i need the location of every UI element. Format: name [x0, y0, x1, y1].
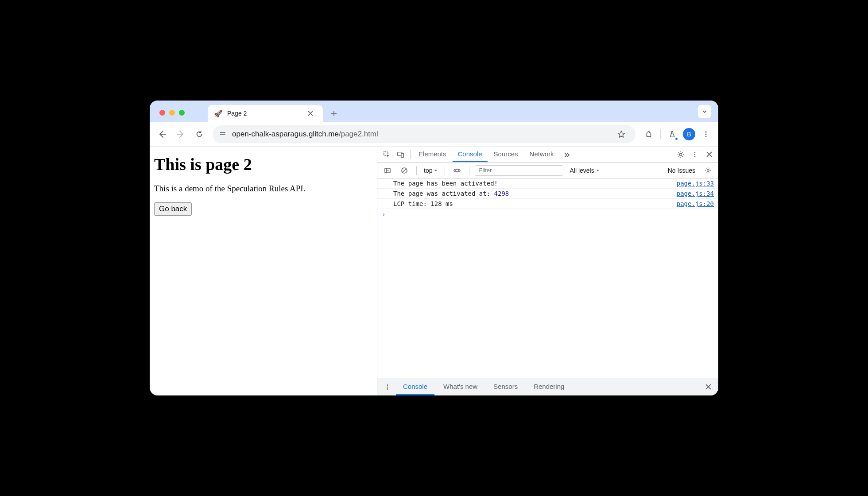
svg-point-4 [705, 136, 706, 137]
extensions-icon[interactable] [641, 126, 657, 142]
tab-favicon: 🚀 [214, 109, 223, 118]
minimize-window-button[interactable] [169, 110, 175, 116]
svg-point-1 [224, 133, 225, 135]
window-controls [154, 110, 190, 122]
log-levels-select[interactable]: All levels [570, 167, 599, 174]
drawer-tab-sensors[interactable]: Sensors [486, 378, 525, 395]
drawer-tab-console[interactable]: Console [396, 378, 434, 395]
console-filter-input[interactable] [475, 165, 563, 176]
svg-point-8 [679, 153, 682, 155]
log-message: LCP time: 128 ms [393, 200, 677, 207]
log-message: The page has been activated! [393, 180, 677, 187]
new-tab-button[interactable] [327, 107, 341, 120]
console-log-row: LCP time: 128 ms page.js:20 [377, 199, 718, 209]
address-bar[interactable]: open-chalk-asparagus.glitch.me/page2.htm… [213, 125, 636, 143]
avatar: B [683, 128, 695, 140]
console-output: The page has been activated! page.js:33 … [377, 178, 718, 378]
separator [416, 166, 417, 175]
svg-point-10 [694, 154, 696, 155]
console-log-row: The page has been activated! page.js:33 [377, 178, 718, 189]
svg-point-0 [224, 132, 225, 133]
issues-button[interactable]: No Issues [668, 167, 695, 174]
svg-point-18 [387, 388, 388, 390]
console-prompt[interactable]: › [377, 209, 718, 220]
execution-context-select[interactable]: top [422, 167, 439, 174]
devtools-tab-console[interactable]: Console [453, 147, 488, 162]
page-heading: This is page 2 [154, 155, 372, 174]
maximize-window-button[interactable] [179, 110, 185, 116]
content-area: This is page 2 This is a demo of the Spe… [150, 147, 718, 395]
tab-search-button[interactable] [698, 105, 711, 118]
close-window-button[interactable] [159, 110, 165, 116]
page-content: This is page 2 This is a demo of the Spe… [150, 147, 377, 395]
separator [410, 150, 411, 159]
more-tabs-icon[interactable] [560, 148, 574, 161]
clear-console-icon[interactable] [398, 164, 411, 177]
separator [469, 166, 469, 175]
separator [660, 129, 661, 139]
drawer-tab-rendering[interactable]: Rendering [527, 378, 571, 395]
svg-point-17 [387, 386, 388, 388]
log-source-link[interactable]: page.js:20 [677, 200, 714, 207]
tab-bar: 🚀 Page 2 [150, 101, 718, 122]
devtools-tab-bar: Elements Console Sources Network [377, 147, 718, 163]
live-expression-icon[interactable] [450, 164, 464, 177]
profile-button[interactable]: B [681, 126, 697, 142]
console-settings-icon[interactable] [701, 164, 715, 177]
close-devtools-icon[interactable] [702, 148, 716, 161]
browser-tab[interactable]: 🚀 Page 2 [208, 105, 323, 122]
devtools-menu-icon[interactable] [688, 148, 701, 161]
devtools-tab-elements[interactable]: Elements [413, 147, 452, 162]
bookmark-icon[interactable] [613, 126, 629, 142]
close-drawer-icon[interactable] [701, 380, 715, 394]
console-sidebar-toggle-icon[interactable] [381, 164, 394, 177]
svg-point-15 [707, 169, 709, 171]
separator [445, 166, 445, 175]
reload-button[interactable] [191, 126, 207, 142]
go-back-button[interactable]: Go back [154, 202, 192, 216]
inspect-element-icon[interactable] [380, 148, 393, 161]
log-source-link[interactable]: page.js:33 [677, 180, 714, 187]
forward-button[interactable] [173, 126, 189, 142]
browser-window: 🚀 Page 2 op [150, 101, 718, 395]
devtools-tab-network[interactable]: Network [524, 147, 559, 162]
svg-point-9 [694, 152, 696, 153]
labs-icon[interactable] [664, 126, 680, 142]
drawer-tab-whats-new[interactable]: What's new [436, 378, 484, 395]
svg-point-16 [387, 384, 388, 386]
svg-point-11 [694, 156, 696, 157]
log-message: The page was activated at: 4298 [393, 190, 677, 197]
menu-button[interactable] [698, 126, 714, 142]
close-tab-button[interactable] [308, 111, 317, 116]
device-mode-icon[interactable] [394, 148, 407, 161]
tab-title: Page 2 [227, 110, 303, 117]
devtools-panel: Elements Console Sources Network [377, 147, 718, 395]
page-description: This is a demo of the Speculation Rules … [154, 184, 372, 194]
svg-point-14 [456, 169, 458, 171]
back-button[interactable] [154, 126, 170, 142]
svg-point-2 [705, 131, 706, 132]
toolbar-actions: B [641, 126, 714, 142]
devtools-drawer: Console What's new Sensors Rendering [377, 378, 718, 395]
svg-rect-7 [401, 153, 403, 157]
url-text: open-chalk-asparagus.glitch.me/page2.htm… [232, 130, 608, 139]
browser-toolbar: open-chalk-asparagus.glitch.me/page2.htm… [150, 122, 718, 147]
svg-point-3 [705, 133, 706, 135]
console-log-row: The page was activated at: 4298 page.js:… [377, 189, 718, 199]
log-source-link[interactable]: page.js:34 [677, 190, 714, 197]
devtools-tab-sources[interactable]: Sources [488, 147, 523, 162]
site-info-icon[interactable] [219, 130, 227, 138]
console-toolbar: top All levels No Issues [377, 163, 718, 178]
drawer-menu-icon[interactable] [381, 380, 394, 394]
devtools-settings-icon[interactable] [674, 148, 687, 161]
